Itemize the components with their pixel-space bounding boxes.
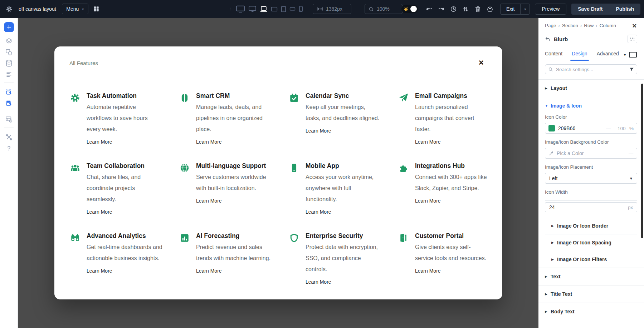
- grid-layout-icon[interactable]: [93, 5, 100, 13]
- menu-dropdown[interactable]: Menu ▾: [62, 4, 88, 14]
- icon-color-hex[interactable]: 209B66: [558, 125, 603, 131]
- plus-icon[interactable]: [4, 22, 14, 32]
- icon-color-opacity-input[interactable]: 100 %: [614, 123, 637, 133]
- learn-more-link[interactable]: Learn More: [87, 139, 112, 145]
- toolbar-right-group: Exit ▾ Preview Save Draft Publish: [401, 0, 640, 18]
- publish-button[interactable]: Publish: [609, 4, 640, 15]
- sub-accordion[interactable]: ▶ Image Or Icon Border: [545, 217, 637, 234]
- learn-more-link[interactable]: Learn More: [196, 268, 222, 274]
- layers-icon[interactable]: [0, 35, 18, 46]
- feature-description: Get real-time dashboards and actionable …: [87, 242, 162, 264]
- breadcrumb-item-column[interactable]: Column: [600, 23, 616, 28]
- sub-accordion[interactable]: ▶ Image Or Icon Filters: [545, 251, 637, 268]
- placement-select[interactable]: Left ▼: [545, 173, 637, 184]
- tab[interactable]: Content: [545, 51, 562, 61]
- search-input[interactable]: [545, 64, 637, 74]
- learn-more-link[interactable]: Learn More: [306, 279, 331, 285]
- icon-width-slider[interactable]: [545, 200, 637, 201]
- learn-more-link[interactable]: Learn More: [306, 209, 331, 215]
- zoom-level-input[interactable]: 100%: [365, 4, 402, 14]
- shapes-icon[interactable]: [0, 46, 18, 58]
- window-eye-icon[interactable]: [0, 114, 18, 125]
- close-icon[interactable]: ✕: [478, 59, 484, 66]
- undo-icon[interactable]: [424, 4, 434, 14]
- trash-icon[interactable]: [472, 4, 483, 14]
- breadcrumb-separator: ›: [596, 23, 597, 28]
- learn-more-link[interactable]: Learn More: [196, 198, 222, 204]
- accordion-image-icon[interactable]: ▼ Image & Icon: [545, 97, 637, 114]
- accordion-layout[interactable]: ▶ Layout: [545, 80, 637, 97]
- learn-more-link[interactable]: Learn More: [87, 209, 112, 215]
- close-icon[interactable]: ✕: [632, 23, 637, 29]
- learn-more-link[interactable]: Learn More: [196, 139, 222, 145]
- modal-title: All Features: [69, 60, 487, 66]
- publish-button-group: Save Draft Publish: [571, 4, 640, 15]
- tablet-portrait-icon[interactable]: [281, 4, 286, 14]
- sort-icon[interactable]: [460, 4, 471, 14]
- drag-handle-dots-icon[interactable]: [229, 5, 232, 13]
- desktop-view-icon[interactable]: [629, 51, 637, 58]
- panel-scrollbar[interactable]: [641, 84, 643, 238]
- learn-more-link[interactable]: Learn More: [87, 268, 112, 274]
- tab[interactable]: Design: [572, 51, 587, 61]
- bg-color-picker[interactable]: Pick a Color —: [545, 148, 637, 159]
- history-icon[interactable]: [448, 4, 459, 14]
- learn-more-link[interactable]: Learn More: [306, 128, 331, 134]
- select-module-alt-icon[interactable]: [0, 98, 18, 109]
- tools-icon[interactable]: [0, 131, 18, 143]
- feature-description: Manage leads, deals, and pipelines in on…: [196, 101, 272, 135]
- feature-card: Team Collaboration Chat, share files, an…: [70, 162, 180, 232]
- filter-funnel-icon[interactable]: [629, 67, 634, 71]
- portability-icon[interactable]: [484, 4, 495, 14]
- back-arrow-icon[interactable]: [545, 36, 550, 42]
- feature-card: Task Automation Automate repetitive work…: [70, 92, 180, 162]
- help-icon[interactable]: [0, 143, 18, 154]
- breadcrumb-item-row[interactable]: Row: [584, 23, 594, 28]
- database-icon[interactable]: [0, 58, 18, 69]
- builder-mode-toggle[interactable]: [401, 5, 418, 13]
- save-draft-button[interactable]: Save Draft: [571, 4, 609, 15]
- accordion-section[interactable]: ▶ Text: [545, 268, 637, 285]
- preset-options-button[interactable]: [628, 35, 637, 43]
- rows-icon[interactable]: [0, 69, 18, 80]
- placement-label: Image/Icon Placement: [545, 164, 637, 170]
- bar-chart-icon: [180, 233, 190, 243]
- select-module-icon[interactable]: [0, 86, 18, 98]
- monitor-icon[interactable]: [248, 4, 257, 14]
- tab[interactable]: Advanced: [597, 51, 619, 61]
- accordion-section[interactable]: ▶ Body Text: [545, 303, 637, 320]
- preview-button[interactable]: Preview: [535, 4, 566, 15]
- exit-button[interactable]: Exit ▾: [500, 4, 530, 15]
- accordion-section[interactable]: ▶ Title Text: [545, 285, 637, 303]
- laptop-icon[interactable]: [260, 4, 268, 14]
- feature-description: Give clients easy self-service tools and…: [415, 242, 488, 264]
- feature-description: Predict revenue and sales trends with ma…: [196, 242, 272, 264]
- smartphone-icon: [289, 163, 299, 173]
- phone-portrait-icon[interactable]: [299, 4, 303, 14]
- redo-icon[interactable]: [436, 4, 447, 14]
- canvas-width-input[interactable]: 1382px: [313, 4, 351, 14]
- icon-color-picker[interactable]: 209B66 —: [545, 123, 614, 133]
- learn-more-link[interactable]: Learn More: [415, 139, 441, 145]
- icon-color-swatch[interactable]: [548, 125, 555, 131]
- sub-accordion[interactable]: ▶ Image Or Icon Spacing: [545, 234, 637, 251]
- builder-canvas: All Features ✕ Task Automation Automate …: [18, 18, 538, 328]
- paper-plane-icon: [399, 93, 409, 103]
- sidebar-item: [4, 83, 14, 83]
- feature-card: Advanced Analytics Get real-time dashboa…: [70, 232, 180, 302]
- responsive-chevron-icon[interactable]: ▾: [624, 53, 626, 57]
- breadcrumb-item-page[interactable]: Page: [545, 23, 556, 28]
- reset-dash-icon[interactable]: —: [606, 126, 611, 131]
- reset-dash-icon[interactable]: —: [629, 151, 633, 156]
- desktop-icon[interactable]: [236, 4, 245, 14]
- learn-more-link[interactable]: Learn More: [415, 198, 441, 204]
- exit-chevron-icon[interactable]: ▾: [520, 4, 530, 14]
- settings-gear-icon[interactable]: [6, 6, 13, 13]
- chevron-down-icon: ▾: [82, 7, 84, 11]
- phone-landscape-icon[interactable]: [289, 4, 296, 14]
- tablet-landscape-icon[interactable]: [271, 4, 278, 14]
- icon-width-input[interactable]: 24 px: [545, 202, 637, 212]
- learn-more-link[interactable]: Learn More: [415, 268, 441, 274]
- chevron-right-icon: ▶: [545, 292, 551, 296]
- breadcrumb-item-section[interactable]: Section: [562, 23, 578, 28]
